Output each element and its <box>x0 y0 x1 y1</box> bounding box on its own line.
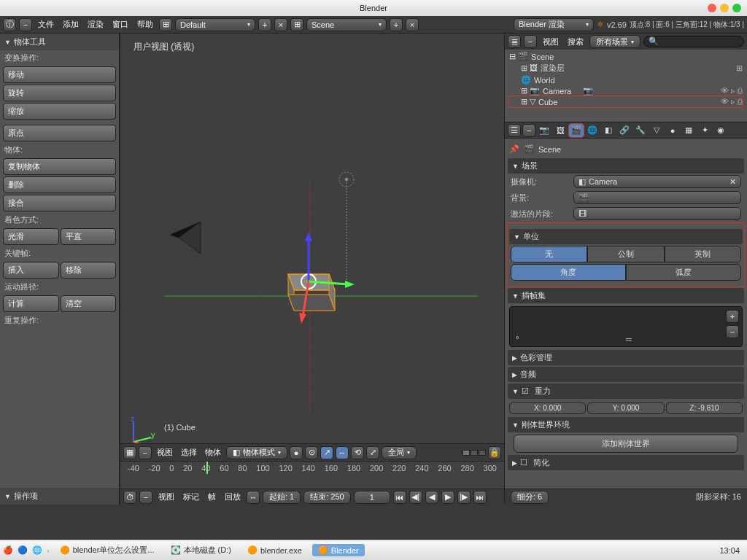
panel-gravity[interactable]: ☑重力 <box>508 384 744 399</box>
add-rigidbody-world-button[interactable]: 添加刚体世界 <box>514 435 738 453</box>
panel-object-tools[interactable]: 物体工具 <box>0 34 119 50</box>
tab-modifiers-icon[interactable]: 🔧 <box>633 124 648 137</box>
panel-rigidbody[interactable]: 刚体世界环境 <box>508 417 744 432</box>
manip-rotate-icon[interactable]: ⟲ <box>351 446 364 459</box>
timeline-editor-icon[interactable]: ⏱ <box>123 491 136 504</box>
menu-window[interactable]: 窗口 <box>109 19 131 30</box>
manipulator-toggle-icon[interactable]: ↗ <box>320 446 333 459</box>
scene-selector[interactable]: Scene▾ <box>306 18 387 31</box>
scene-browse-icon[interactable]: ⊞ <box>290 18 303 31</box>
unit-imperial[interactable]: 英制 <box>665 246 741 262</box>
menu-add[interactable]: 添加 <box>60 19 82 30</box>
tab-render-icon[interactable]: 📷 <box>537 124 551 137</box>
keyframe-next-icon[interactable]: |▶ <box>457 491 471 504</box>
keyframe-prev-icon[interactable]: ◀| <box>409 491 422 504</box>
layout-del-icon[interactable]: × <box>274 18 287 31</box>
shading-solid-icon[interactable]: ● <box>290 446 303 459</box>
3d-viewport[interactable]: 用户视图 (透视) zy (1) Cube <box>120 34 505 505</box>
timeline-editor[interactable]: -40-200204060801001201401601802002202402… <box>120 461 504 489</box>
apple-menu-icon[interactable]: 🍎 <box>3 545 13 555</box>
outliner-item-world[interactable]: 🌐World <box>509 74 743 85</box>
panel-keying[interactable]: 插帧集 <box>508 288 744 303</box>
subdiv-field[interactable]: 细分: 6 <box>511 491 549 504</box>
active-clip-field[interactable]: 🎞 <box>573 207 741 220</box>
clear-path-button[interactable]: 清空 <box>61 295 117 312</box>
keying-set-list[interactable]: +− ° ═ <box>509 306 743 347</box>
angle-radians[interactable]: 弧度 <box>626 264 741 281</box>
tl-menu-playback[interactable]: 回放 <box>222 491 244 502</box>
tab-scene-icon[interactable]: 🎬 <box>569 124 584 137</box>
render-engine-selector[interactable]: Blender 渲染▾ <box>514 18 594 31</box>
task-item-active[interactable]: 🟠 Blender <box>312 544 365 556</box>
scene-del-icon[interactable]: × <box>406 18 419 31</box>
unit-none[interactable]: 无 <box>511 246 587 262</box>
layout-browse-icon[interactable]: ⊞ <box>159 18 172 31</box>
flat-button[interactable]: 平直 <box>61 228 117 245</box>
background-field[interactable]: 🎬 <box>573 191 741 204</box>
gravity-x-field[interactable]: X: 0.000 <box>509 402 586 414</box>
task-item[interactable]: 🟠 blender.exe <box>241 544 308 556</box>
tab-world-icon[interactable]: 🌐 <box>585 124 600 137</box>
gravity-z-field[interactable]: Z: -9.810 <box>666 402 743 414</box>
rotate-button[interactable]: 旋转 <box>3 85 116 101</box>
out-menu-view[interactable]: 视图 <box>540 36 562 47</box>
task-item[interactable]: 🟠 blender单位怎么设置... <box>54 543 160 557</box>
outliner-collapse-icon[interactable]: − <box>524 35 537 48</box>
unit-metric[interactable]: 公制 <box>587 246 664 262</box>
props-collapse-icon[interactable]: − <box>522 124 535 137</box>
lock-camera-icon[interactable]: 🔒 <box>488 446 501 459</box>
tab-particles-icon[interactable]: ✦ <box>697 124 712 137</box>
duplicate-button[interactable]: 复制物体 <box>3 158 116 175</box>
play-reverse-icon[interactable]: ◀ <box>425 491 438 504</box>
smooth-button[interactable]: 光滑 <box>3 228 59 245</box>
outliner-item-scene[interactable]: ⊟ 🎬Scene <box>509 51 743 62</box>
start-frame-field[interactable]: 起始: 1 <box>263 491 301 504</box>
layout-selector[interactable]: Default▾ <box>175 18 255 31</box>
info-editor-icon[interactable]: ⓘ <box>3 18 16 31</box>
menu-file[interactable]: 文件 <box>35 19 57 30</box>
scene-add-icon[interactable]: + <box>390 18 403 31</box>
join-button[interactable]: 接合 <box>3 195 116 211</box>
out-menu-search[interactable]: 搜索 <box>565 36 587 47</box>
tab-renderlayers-icon[interactable]: 🖼 <box>553 124 568 137</box>
browser-icon[interactable]: 🌐 <box>32 545 42 555</box>
finder-icon[interactable]: 🔵 <box>18 545 28 555</box>
tab-data-icon[interactable]: ▽ <box>649 124 664 137</box>
manip-translate-icon[interactable]: ↔ <box>336 446 349 459</box>
outliner-item-cube[interactable]: ⊞ ▽Cube👁 ▹ ⎙ <box>509 96 743 107</box>
panel-scene[interactable]: 场景 <box>508 158 744 174</box>
manip-scale-icon[interactable]: ⤢ <box>366 446 379 459</box>
outliner-search-input[interactable]: 🔍 <box>643 36 744 47</box>
grab-button[interactable]: 移动 <box>3 66 116 83</box>
outliner-filter[interactable]: 所有场景▾ <box>589 35 640 48</box>
keying-remove-icon[interactable]: − <box>726 325 739 338</box>
panel-simplify[interactable]: ☐简化 <box>508 455 744 470</box>
tab-texture-icon[interactable]: ▦ <box>681 124 696 137</box>
editor-type-icon[interactable]: ▦ <box>123 446 136 459</box>
layers-widget[interactable] <box>462 450 486 456</box>
panel-audio[interactable]: 音频 <box>508 367 744 382</box>
end-frame-field[interactable]: 结束: 250 <box>303 491 350 504</box>
current-frame-field[interactable]: 1 <box>354 491 390 504</box>
tl-collapse-icon[interactable]: − <box>139 491 152 504</box>
tl-menu-marker[interactable]: 标记 <box>180 491 202 502</box>
collapse-icon[interactable]: − <box>19 18 32 31</box>
vp-menu-select[interactable]: 选择 <box>178 447 200 458</box>
delete-button[interactable]: 删除 <box>3 176 116 193</box>
playhead[interactable] <box>206 462 208 474</box>
keying-add-icon[interactable]: + <box>726 310 739 323</box>
outliner-editor-icon[interactable]: ≣ <box>508 35 521 48</box>
remove-key-button[interactable]: 移除 <box>61 262 117 279</box>
collapse-menu-icon[interactable]: − <box>139 446 152 459</box>
angle-unit-segmented[interactable]: 角度 弧度 <box>511 264 741 281</box>
outliner-item-renderlayers[interactable]: ⊞ 🖼渲染层⊞ <box>509 62 743 74</box>
insert-key-button[interactable]: 插入 <box>3 262 59 279</box>
menu-help[interactable]: 帮助 <box>134 19 156 30</box>
tab-constraints-icon[interactable]: 🔗 <box>617 124 632 137</box>
props-editor-icon[interactable]: ☰ <box>508 124 521 137</box>
close-btn[interactable] <box>708 4 716 12</box>
tl-range-icon[interactable]: ↔ <box>247 491 260 504</box>
min-btn[interactable] <box>720 4 729 12</box>
operator-panel[interactable]: 操作项 <box>0 488 119 505</box>
outliner-item-camera[interactable]: ⊞ 📷Camera📷👁 ▹ ⎙ <box>509 85 743 96</box>
